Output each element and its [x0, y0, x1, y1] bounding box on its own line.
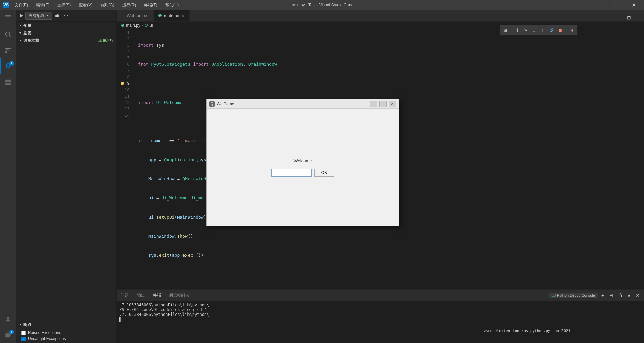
qt-window-title: WelCome	[217, 102, 368, 106]
watch-label: 监视	[23, 31, 31, 36]
line-num-11: 11	[119, 93, 132, 99]
chevron-down-icon	[19, 31, 22, 35]
line-num-4: 4	[119, 48, 132, 55]
code-line-3	[138, 80, 641, 87]
debug-toolbar-sep2	[566, 27, 566, 33]
panel-tab-debug-console[interactable]: 调试控制台	[168, 290, 191, 301]
breakpoint-uncaught-exceptions: ✓ Uncaught Exceptions	[16, 336, 116, 342]
panel-toolbar-right: Python Debug Console + ⊟ 🗑 ∧ ✕	[549, 292, 641, 299]
panel-delete-btn[interactable]: 🗑	[616, 292, 624, 299]
terminal-right-content: vscode\extensions\ms-python.python-2021	[484, 329, 570, 333]
minimize-button[interactable]: ─	[592, 0, 608, 10]
line-num-9: 9	[119, 80, 132, 87]
debug-step-out-btn[interactable]: ↑	[539, 26, 547, 34]
python-debug-console-btn[interactable]: Python Debug Console	[549, 293, 598, 298]
panel-tabs: 问题 输出 终端 调试控制台 Python Debug Console + ⊟ …	[117, 290, 644, 301]
call-stack-section-header[interactable]: 调用堆栈 正在运行	[16, 37, 116, 44]
qt-input-field[interactable]	[271, 169, 312, 177]
menu-select[interactable]: 选择(S)	[55, 0, 73, 10]
panel-split-btn[interactable]: ⊟	[608, 292, 615, 299]
tab-main-py-close[interactable]: ✕	[181, 13, 185, 18]
breakpoints-section-header[interactable]: 断点	[16, 321, 116, 328]
panel-add-btn[interactable]: +	[599, 292, 606, 299]
tab-welcome-ui[interactable]: Welcome.ui	[117, 10, 154, 21]
menu-edit[interactable]: 编辑(E)	[33, 0, 52, 10]
activity-extensions[interactable]	[0, 74, 16, 91]
qt-maximize-btn[interactable]: □	[379, 101, 387, 107]
vscode-logo: VS	[3, 2, 9, 8]
panel-close-btn[interactable]: ✕	[634, 292, 641, 299]
uncaught-exceptions-checkbox[interactable]: ✓	[21, 337, 26, 341]
sidebar-toolbar: 没有配置 ···	[16, 10, 116, 22]
panel-tab-problems[interactable]: 问题	[119, 290, 130, 301]
line-num-6: 6	[119, 61, 132, 67]
panel-content[interactable]: .7.1053846006\pythonFiles\lib\python\ PS…	[117, 301, 644, 343]
debug-pause-btn[interactable]: ⏸	[513, 26, 521, 34]
terminal-prompt: ▌	[119, 317, 122, 322]
activity-search[interactable]	[0, 26, 16, 42]
terminal-cursor-line: ▌	[119, 317, 641, 322]
panel-tab-output[interactable]: 输出	[136, 290, 146, 301]
panel-tab-terminal[interactable]: 终端	[152, 290, 162, 301]
line-num-13: 13	[119, 106, 132, 112]
svg-point-2	[5, 48, 7, 50]
line-num-10: 10	[119, 87, 132, 93]
settings-badge: 1	[9, 330, 14, 334]
close-button[interactable]: ✕	[626, 0, 641, 10]
breadcrumb-section[interactable]: ui	[150, 23, 153, 28]
title-bar-left: VS 文件(F) 编辑(E) 选择(S) 查看(V) 转到(G) 运行(R) 终…	[3, 0, 181, 10]
debug-step-over-btn[interactable]: ↷	[521, 26, 529, 34]
breakpoints-list: Raised Exceptions ✓ Uncaught Exceptions	[16, 328, 116, 343]
tab-main-py[interactable]: main.py ✕	[154, 10, 190, 21]
chevron-down-icon	[46, 14, 49, 17]
maximize-button[interactable]: ❐	[609, 0, 625, 10]
line-num-12: 12	[119, 99, 132, 106]
breakpoints-label: 断点	[23, 322, 31, 327]
activity-account[interactable]	[0, 311, 16, 327]
config-label: 没有配置	[29, 13, 45, 19]
debug-config-dropdown[interactable]: 没有配置	[25, 12, 52, 20]
svg-line-7	[7, 49, 9, 51]
panel-up-btn[interactable]: ∧	[625, 292, 633, 299]
title-bar-controls: ─ ❐ ✕	[592, 0, 641, 10]
line-numbers: 1 2 3 4 5 6 7 8 9 10 11 12 13 14	[117, 29, 135, 289]
breadcrumb-sep: ›	[142, 23, 143, 28]
svg-rect-11	[8, 83, 10, 85]
activity-debug[interactable]: 1	[0, 58, 16, 74]
python-debug-console-label: Python Debug Console	[557, 293, 595, 297]
debug-restart-btn[interactable]: ↺	[547, 26, 555, 34]
debug-settings-btn[interactable]	[54, 12, 61, 19]
qt-dialog-content: Welcome OK	[207, 109, 399, 226]
watch-section-header[interactable]: 监视	[16, 29, 116, 37]
variables-section-header[interactable]: 变量	[16, 22, 116, 29]
debug-stop-btn[interactable]: ⏹	[556, 26, 564, 34]
menu-run[interactable]: 运行(R)	[120, 0, 139, 10]
menu-goto[interactable]: 转到(G)	[98, 0, 117, 10]
activity-explorer[interactable]	[0, 10, 16, 26]
qt-welcome-label: Welcome	[294, 158, 312, 163]
qt-minimize-btn[interactable]: —	[370, 101, 377, 107]
menu-file[interactable]: 文件(F)	[12, 0, 31, 10]
more-actions-btn[interactable]: ···	[634, 14, 641, 21]
svg-line-1	[9, 36, 11, 37]
menu-view[interactable]: 查看(V)	[76, 0, 95, 10]
debug-layout-btn[interactable]: ⊡	[567, 26, 575, 34]
qt-ok-button[interactable]: OK	[314, 169, 334, 177]
breadcrumb-file[interactable]: main.py	[126, 23, 140, 28]
svg-marker-16	[19, 32, 21, 34]
menu-terminal[interactable]: 终端(T)	[141, 0, 160, 10]
play-icon[interactable]	[19, 13, 24, 18]
qt-window-icon: Q	[209, 101, 215, 107]
qt-close-btn[interactable]: ✕	[389, 101, 396, 107]
activity-source-control[interactable]	[0, 42, 16, 58]
svg-rect-24	[552, 294, 555, 297]
menu-help[interactable]: 帮助(H)	[163, 0, 182, 10]
activity-settings[interactable]: 1	[0, 327, 16, 343]
debug-more-btn[interactable]: ···	[62, 12, 70, 19]
split-editor-btn[interactable]: ⊟	[625, 14, 633, 21]
debug-grid-icon: ⊞	[501, 26, 509, 34]
window-title: main.py - Test - Visual Studio Code	[291, 3, 354, 7]
raised-exceptions-checkbox[interactable]	[21, 331, 26, 335]
line-num-3: 3	[119, 42, 132, 48]
debug-step-into-btn[interactable]: ↓	[530, 26, 538, 34]
